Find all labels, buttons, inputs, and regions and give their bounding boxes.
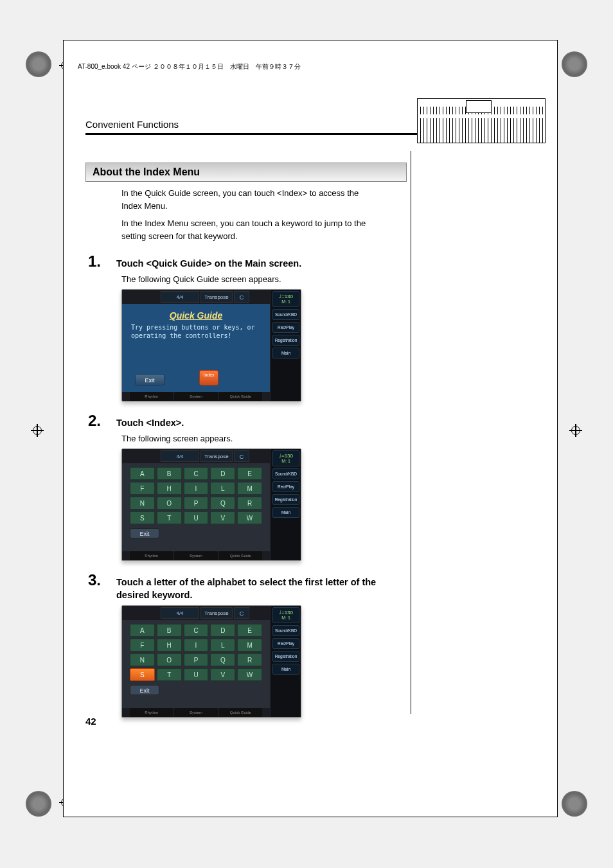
side-rec-play[interactable]: Rec/Play (272, 638, 299, 649)
letter-b[interactable]: B (157, 467, 182, 480)
letter-i[interactable]: I (184, 482, 209, 495)
step-2: 2. Touch <Index>. (85, 412, 407, 430)
letter-f[interactable]: F (130, 639, 155, 651)
letter-q[interactable]: Q (210, 497, 235, 509)
letter-l[interactable]: L (210, 639, 235, 651)
tab-quick-guide[interactable]: Quick Guide (219, 708, 262, 717)
exit-button[interactable]: Exit (130, 685, 159, 695)
side-registration[interactable]: Registration (272, 335, 299, 346)
printers-mark-top-right (562, 51, 587, 77)
intro-line-2: In the Index Menu screen, you can touch … (121, 217, 371, 242)
quick-guide-title: Quick Guide (122, 304, 270, 321)
letter-a[interactable]: A (130, 624, 155, 637)
letter-o[interactable]: O (157, 653, 182, 666)
side-main[interactable]: Main (272, 507, 299, 518)
index-button[interactable]: Index (199, 370, 218, 385)
time-signature: 4/4 (161, 607, 199, 619)
letter-u[interactable]: U (184, 668, 209, 681)
screenshot-index-menu-selected: 4/4 Transpose C A B C D E F H I L M N O (121, 605, 301, 718)
running-head: AT-800_e.book 42 ページ ２００８年１０月１５日 水曜日 午前９… (78, 62, 301, 71)
letter-l[interactable]: L (210, 482, 235, 495)
transpose-value: C (234, 607, 249, 619)
letter-r[interactable]: R (237, 497, 262, 509)
transpose-label: Transpose (200, 607, 233, 619)
side-registration[interactable]: Registration (272, 494, 299, 505)
printers-mark-bottom-left (26, 791, 51, 817)
letter-s-selected[interactable]: S (130, 668, 155, 681)
letter-d[interactable]: D (210, 624, 235, 637)
letter-h[interactable]: H (157, 482, 182, 495)
letter-v[interactable]: V (210, 511, 235, 524)
step-number: 1. (85, 252, 116, 270)
letter-c[interactable]: C (184, 624, 209, 637)
letter-i[interactable]: I (184, 639, 209, 651)
exit-button[interactable]: Exit (135, 374, 164, 385)
letter-n[interactable]: N (130, 653, 155, 666)
screenshot-quick-guide: 4/4 Transpose C Quick Guide Try pressing… (121, 289, 301, 402)
letter-t[interactable]: T (157, 511, 182, 524)
tab-rhythm[interactable]: Rhythm (130, 551, 173, 560)
letter-a[interactable]: A (130, 467, 155, 480)
letter-n[interactable]: N (130, 497, 155, 509)
tempo-display: ♩=130 M: 1 (272, 607, 299, 623)
letter-s[interactable]: S (130, 511, 155, 524)
subheading-about-index-menu: About the Index Menu (85, 163, 407, 182)
letter-c[interactable]: C (184, 467, 209, 480)
letter-e[interactable]: E (237, 624, 262, 637)
step-3: 3. Touch a letter of the alphabet to sel… (85, 571, 407, 601)
letter-u[interactable]: U (184, 511, 209, 524)
transpose-label: Transpose (200, 450, 233, 462)
tab-quick-guide[interactable]: Quick Guide (219, 392, 262, 401)
letter-w[interactable]: W (237, 668, 262, 681)
letter-t[interactable]: T (157, 668, 182, 681)
letter-p[interactable]: P (184, 653, 209, 666)
tab-rhythm[interactable]: Rhythm (130, 708, 173, 717)
section-header: Convenient Functions (85, 119, 429, 135)
side-rec-play[interactable]: Rec/Play (272, 322, 299, 333)
side-registration[interactable]: Registration (272, 651, 299, 662)
side-sound-kbd[interactable]: Sound/KBD (272, 309, 299, 320)
tab-system[interactable]: System (174, 708, 217, 717)
side-main[interactable]: Main (272, 664, 299, 675)
step-number: 3. (85, 571, 116, 589)
step-title: Touch <Quick Guide> on the Main screen. (116, 258, 407, 270)
step-title: Touch a letter of the alphabet to select… (116, 576, 407, 601)
screenshot-index-menu: 4/4 Transpose C A B C D E F H I L M N O (121, 448, 301, 561)
letter-q[interactable]: Q (210, 653, 235, 666)
letter-d[interactable]: D (210, 467, 235, 480)
letter-w[interactable]: W (237, 511, 262, 524)
page-number: 42 (85, 716, 96, 727)
column-rule (411, 151, 411, 714)
transpose-value: C (234, 450, 249, 462)
side-sound-kbd[interactable]: Sound/KBD (272, 468, 299, 479)
letter-f[interactable]: F (130, 482, 155, 495)
letter-o[interactable]: O (157, 497, 182, 509)
index-letter-grid: A B C D E F H I L M N O P Q R S T (122, 463, 270, 526)
instrument-panel-illustration (417, 98, 546, 143)
step-number: 2. (85, 412, 116, 430)
tab-system[interactable]: System (174, 392, 217, 401)
letter-h[interactable]: H (157, 639, 182, 651)
section-title: Convenient Functions (85, 119, 179, 130)
side-rec-play[interactable]: Rec/Play (272, 481, 299, 492)
side-main[interactable]: Main (272, 348, 299, 359)
step-title: Touch <Index>. (116, 417, 407, 430)
letter-m[interactable]: M (237, 482, 262, 495)
exit-button[interactable]: Exit (130, 528, 159, 538)
registration-mark (569, 424, 582, 437)
letter-v[interactable]: V (210, 668, 235, 681)
letter-e[interactable]: E (237, 467, 262, 480)
step-1-sub: The following Quick Guide screen appears… (121, 274, 407, 284)
letter-b[interactable]: B (157, 624, 182, 637)
tab-quick-guide[interactable]: Quick Guide (219, 551, 262, 560)
side-sound-kbd[interactable]: Sound/KBD (272, 625, 299, 636)
step-1: 1. Touch <Quick Guide> on the Main scree… (85, 252, 407, 270)
page-sheet: AT-800_e.book 42 ページ ２００８年１０月１５日 水曜日 午前９… (63, 40, 558, 817)
tab-system[interactable]: System (174, 551, 217, 560)
printers-mark-bottom-right (562, 791, 587, 817)
letter-r[interactable]: R (237, 653, 262, 666)
registration-mark (31, 424, 44, 437)
letter-m[interactable]: M (237, 639, 262, 651)
letter-p[interactable]: P (184, 497, 209, 509)
tab-rhythm[interactable]: Rhythm (130, 392, 173, 401)
